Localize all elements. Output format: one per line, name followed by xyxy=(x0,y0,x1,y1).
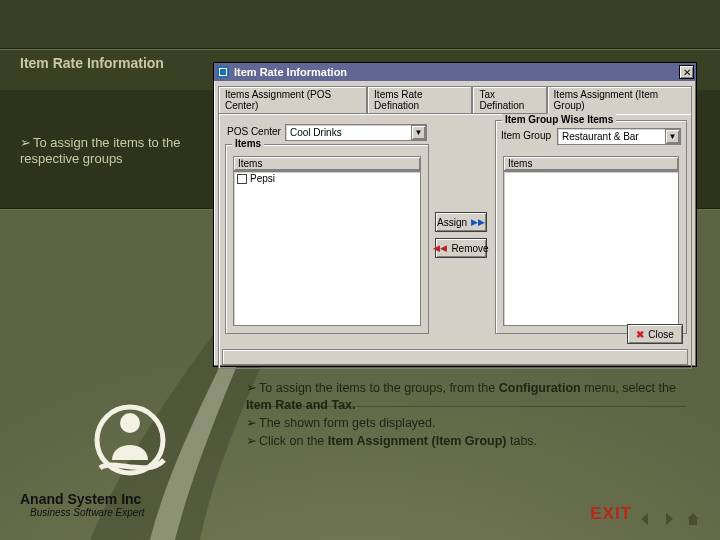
company-name: Anand System Inc xyxy=(20,491,145,507)
svg-point-4 xyxy=(120,413,140,433)
assign-label: Assign xyxy=(437,217,467,228)
tab-tax-defination[interactable]: Tax Defination xyxy=(472,86,546,114)
dialog-titlebar[interactable]: Item Rate Information ✕ xyxy=(214,63,696,81)
prev-slide-icon[interactable] xyxy=(636,510,654,528)
remove-button[interactable]: ◀◀ Remove xyxy=(435,238,487,258)
list-item-label: Pepsi xyxy=(250,173,275,184)
left-list[interactable]: Pepsi xyxy=(233,171,421,326)
chevron-down-icon: ▼ xyxy=(411,125,426,140)
item-group-combo[interactable]: Restaurant & Bar ▼ xyxy=(557,128,681,145)
checkbox-icon[interactable] xyxy=(237,174,247,184)
right-list[interactable] xyxy=(503,171,679,326)
company-block: Anand System Inc Business Software Exper… xyxy=(20,491,145,518)
remove-label: Remove xyxy=(451,243,488,254)
tab-items-rate-defination[interactable]: Items Rate Defination xyxy=(367,86,472,114)
item-group-value: Restaurant & Bar xyxy=(558,131,665,142)
pos-center-value: Cool Drinks xyxy=(286,127,411,138)
tab-items-assignment-group[interactable]: Items Assignment (Item Group) xyxy=(547,86,692,114)
status-bar xyxy=(222,349,688,365)
home-icon[interactable] xyxy=(684,510,702,528)
svg-rect-2 xyxy=(220,69,226,75)
close-icon[interactable]: ✕ xyxy=(679,65,694,79)
item-group-label: Item Group xyxy=(501,130,551,141)
tab-body: Items POS Center Cool Drinks ▼ Items Pep… xyxy=(218,113,692,369)
app-icon xyxy=(216,65,230,79)
assign-button[interactable]: Assign ▶▶ xyxy=(435,212,487,232)
close-x-icon: ✖ xyxy=(636,329,644,340)
item-rate-dialog: Item Rate Information ✕ Items Assignment… xyxy=(213,62,697,367)
left-list-header[interactable]: Items xyxy=(233,156,421,171)
close-label: Close xyxy=(648,329,674,340)
tab-items-assignment-pos[interactable]: Items Assignment (POS Center) xyxy=(218,86,367,114)
company-logo-icon xyxy=(90,400,170,480)
group-items-title: Items xyxy=(232,138,264,149)
slide-notes: To assign the items to the groups, from … xyxy=(246,380,686,451)
pos-center-label: POS Center xyxy=(227,126,281,137)
slide-bullet: To assign the items to the respective gr… xyxy=(20,135,195,168)
company-tagline: Business Software Expert xyxy=(30,507,145,518)
group-item-group-title: Item Group Wise Items xyxy=(502,114,616,125)
tab-strip: Items Assignment (POS Center) Items Rate… xyxy=(218,85,692,113)
close-button[interactable]: ✖ Close xyxy=(627,324,683,344)
dialog-title: Item Rate Information xyxy=(234,66,679,78)
exit-button[interactable]: EXIT xyxy=(590,504,632,524)
pos-center-combo[interactable]: Cool Drinks ▼ xyxy=(285,124,427,141)
arrow-right-icon: ▶▶ xyxy=(471,217,485,227)
next-slide-icon[interactable] xyxy=(660,510,678,528)
arrow-left-icon: ◀◀ xyxy=(433,243,447,253)
slide-title: Item Rate Information xyxy=(20,55,190,73)
list-item[interactable]: Pepsi xyxy=(234,172,420,185)
right-list-header[interactable]: Items xyxy=(503,156,679,171)
chevron-down-icon: ▼ xyxy=(665,129,680,144)
